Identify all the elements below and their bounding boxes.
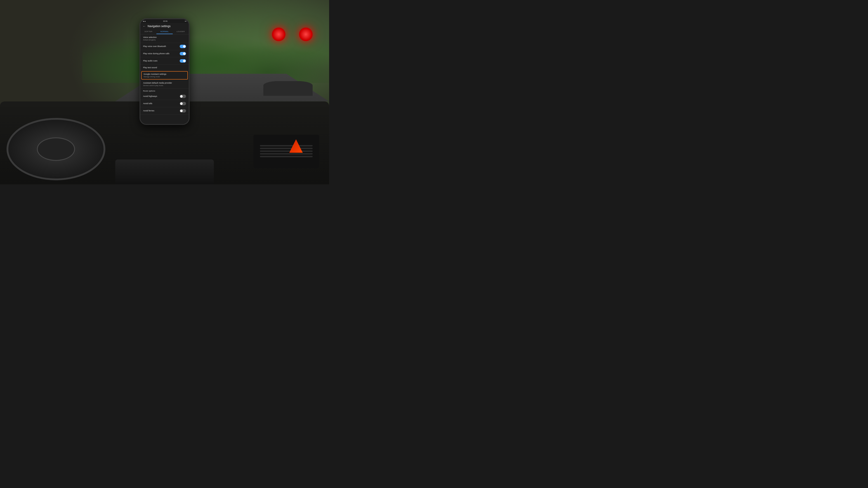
volume-tabs: SOFTER NORMAL LOUDER xyxy=(141,29,189,34)
toggle-play-voice-calls[interactable] xyxy=(180,52,186,55)
setting-play-test-sound[interactable]: Play test sound xyxy=(141,65,189,71)
setting-text: Assistant default media provider Service… xyxy=(143,82,186,87)
setting-title: Assistant default media provider xyxy=(143,82,186,84)
setting-text: Play audio cues xyxy=(143,60,180,62)
setting-text: Avoid highways xyxy=(143,95,180,97)
setting-play-voice-calls[interactable]: Play voice during phone calls xyxy=(141,50,189,57)
screen-title: Navigation settings xyxy=(148,25,170,28)
setting-text: Play test sound xyxy=(143,66,186,69)
setting-avoid-highways[interactable]: Avoid highways xyxy=(141,93,189,100)
red-light-1 xyxy=(272,28,285,41)
setting-title: Avoid ferries xyxy=(143,109,180,112)
navigation-settings-screen: ← Navigation settings SOFTER NORMAL LOUD… xyxy=(141,23,189,124)
toggle-avoid-tolls[interactable] xyxy=(180,102,186,105)
toggle-audio-cues[interactable] xyxy=(180,59,186,63)
setting-avoid-tolls[interactable]: Avoid tolls xyxy=(141,100,189,107)
setting-play-voice-bluetooth[interactable]: Play voice over Bluetooth xyxy=(141,43,189,50)
phone-device: ▲▲ 12:41 ▪▪▪ ← Navigation settings SOFTE… xyxy=(140,19,189,125)
battery-indicator: ▪▪▪ xyxy=(185,20,186,22)
status-bar: ▲▲ 12:41 ▪▪▪ xyxy=(141,19,189,23)
steering-wheel-center xyxy=(37,137,75,161)
time-display: 12:41 xyxy=(163,20,167,22)
vent-slat xyxy=(260,153,313,155)
battery-icons: ▪▪▪ xyxy=(185,20,186,22)
tab-louder[interactable]: LOUDER xyxy=(173,29,189,34)
signal-bars: ▲▲ xyxy=(143,20,146,22)
voice-selection-title: Voice selection xyxy=(143,36,186,38)
setting-subtitle: Manage driving mode xyxy=(144,76,186,78)
toggle-avoid-highways[interactable] xyxy=(180,95,186,98)
settings-list: Voice selection Default (English) Play v… xyxy=(141,34,189,124)
red-light-2 xyxy=(299,28,313,41)
tab-softer[interactable]: SOFTER xyxy=(141,29,156,34)
setting-text: Play voice during phone calls xyxy=(143,53,180,55)
setting-play-audio-cues[interactable]: Play audio cues xyxy=(141,57,189,65)
car-silhouette xyxy=(264,81,313,96)
setting-title: Google Assistant settings xyxy=(144,73,186,75)
setting-text: Play voice over Bluetooth xyxy=(143,45,180,47)
signal-icons: ▲▲ xyxy=(143,20,146,22)
voice-selection-item[interactable]: Voice selection Default (English) xyxy=(141,34,189,43)
traffic-lights xyxy=(272,28,313,41)
setting-assistant-media[interactable]: Assistant default media provider Service… xyxy=(141,80,189,89)
steering-wheel xyxy=(6,118,105,180)
vent-slat xyxy=(260,156,313,157)
setting-subtitle: Service used to play music xyxy=(143,85,186,87)
setting-title: Play voice during phone calls xyxy=(143,53,180,55)
toggle-play-voice-bluetooth[interactable] xyxy=(180,45,186,48)
route-options-header: Route options xyxy=(141,89,189,93)
vent-slat xyxy=(260,148,313,149)
toggle-avoid-ferries[interactable] xyxy=(180,109,186,112)
setting-title: Play audio cues xyxy=(143,60,180,62)
voice-selection-value: Default (English) xyxy=(143,39,186,41)
trees-scene xyxy=(82,9,329,83)
setting-title: Avoid highways xyxy=(143,95,180,97)
setting-title: Avoid tolls xyxy=(143,102,180,105)
air-vent xyxy=(253,135,319,168)
setting-title: Play voice over Bluetooth xyxy=(143,45,180,47)
center-console xyxy=(115,160,214,184)
setting-google-assistant[interactable]: Google Assistant settings Manage driving… xyxy=(141,71,188,79)
app-header: ← Navigation settings xyxy=(141,23,189,29)
setting-text: Google Assistant settings Manage driving… xyxy=(144,73,186,78)
back-button[interactable]: ← xyxy=(143,24,146,28)
vent-slat xyxy=(260,145,313,147)
setting-avoid-ferries[interactable]: Avoid ferries xyxy=(141,107,189,115)
setting-text: Avoid ferries xyxy=(143,109,180,112)
vent-slat xyxy=(260,151,313,152)
tab-normal[interactable]: NORMAL xyxy=(156,29,173,34)
setting-text: Avoid tolls xyxy=(143,102,180,105)
setting-title: Play test sound xyxy=(143,66,186,69)
